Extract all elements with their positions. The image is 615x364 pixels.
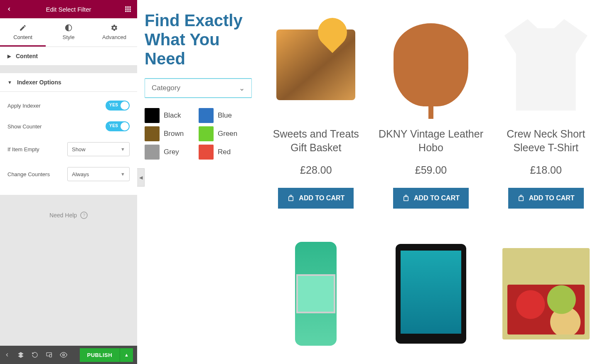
product-name[interactable]: Sweets and Treats Gift Basket xyxy=(263,127,369,154)
settings-icon[interactable] xyxy=(4,352,10,358)
svg-rect-3 xyxy=(125,8,126,10)
svg-rect-15 xyxy=(519,197,523,201)
section-indexer-options[interactable]: ▼ Indexer Options xyxy=(0,73,137,92)
color-swatch xyxy=(199,145,214,160)
publish-group: PUBLISH ▲ xyxy=(80,348,133,362)
help-icon: ? xyxy=(80,212,88,219)
svg-point-12 xyxy=(63,354,65,356)
color-label: Black xyxy=(164,111,181,120)
history-icon[interactable] xyxy=(32,352,38,358)
control-apply-indexer: Apply Indexer YES xyxy=(7,95,130,116)
section-label: Content xyxy=(16,53,38,59)
product-card xyxy=(379,240,484,364)
publish-options-button[interactable]: ▲ xyxy=(120,348,133,362)
color-filter-item[interactable]: Green xyxy=(199,126,246,141)
panel-header: Edit Select Filter xyxy=(0,0,137,18)
color-filter-item[interactable]: Brown xyxy=(145,126,192,141)
help-label: Need Help xyxy=(49,212,77,219)
product-name[interactable]: Crew Neck Short Sleeve T-Shirt xyxy=(493,127,598,154)
color-swatch xyxy=(145,126,160,141)
add-to-cart-label: ADD TO CART xyxy=(299,194,344,202)
panel-collapse-handle[interactable]: ◀ xyxy=(137,168,145,187)
caret-right-icon: ▶ xyxy=(7,54,11,59)
svg-rect-6 xyxy=(125,10,126,12)
need-help[interactable]: Need Help ? xyxy=(0,195,137,236)
svg-rect-11 xyxy=(49,354,52,357)
color-filter-item[interactable]: Blue xyxy=(199,108,246,123)
category-select[interactable]: Category ⌄ xyxy=(145,78,252,98)
toggle-value: YES xyxy=(109,103,118,107)
panel-title: Edit Select Filter xyxy=(13,6,124,13)
add-to-cart-button[interactable]: ADD TO CART xyxy=(278,188,354,209)
tab-content[interactable]: Content xyxy=(0,18,46,47)
responsive-icon[interactable] xyxy=(46,352,52,358)
back-button[interactable] xyxy=(5,5,13,13)
color-swatch xyxy=(145,108,160,123)
change-counters-select[interactable]: Always ▼ xyxy=(67,167,130,181)
product-card: Crew Neck Short Sleeve T-Shirt£18.00ADD … xyxy=(493,11,598,225)
color-label: Blue xyxy=(218,111,232,120)
navigator-icon[interactable] xyxy=(17,352,24,358)
control-label: Change Counters xyxy=(7,171,67,177)
control-label: Show Counter xyxy=(7,123,106,130)
svg-rect-0 xyxy=(125,6,126,7)
publish-button[interactable]: PUBLISH xyxy=(80,348,120,362)
product-name[interactable]: DKNY Vintage Leather Hobo xyxy=(379,127,484,154)
add-to-cart-label: ADD TO CART xyxy=(529,194,575,202)
product-image[interactable] xyxy=(272,240,359,348)
tab-label: Advanced xyxy=(102,34,126,40)
color-filter-item[interactable]: Red xyxy=(199,145,246,160)
product-image[interactable] xyxy=(387,240,475,348)
product-price: £59.00 xyxy=(379,164,484,176)
toggle-knob xyxy=(121,101,129,110)
products-grid: Sweets and Treats Gift Basket£28.00ADD T… xyxy=(263,11,598,364)
indexer-controls: Apply Indexer YES Show Counter YES If It… xyxy=(0,92,137,195)
panel-sections: ▶ Content ▼ Indexer Options Apply Indexe… xyxy=(0,47,137,195)
color-label: Brown xyxy=(164,130,184,138)
widgets-button[interactable] xyxy=(124,5,132,13)
add-to-cart-button[interactable]: ADD TO CART xyxy=(508,188,584,209)
color-filter-item[interactable]: Black xyxy=(145,108,192,123)
panel-tabs: Content Style Advanced xyxy=(0,18,137,47)
cart-icon xyxy=(402,194,410,202)
control-change-counters: Change Counters Always ▼ xyxy=(7,162,130,187)
color-label: Red xyxy=(218,148,231,156)
page-title: Find Exactly What You Need xyxy=(145,11,252,68)
chevron-down-icon: ⌄ xyxy=(239,84,245,93)
category-placeholder: Category xyxy=(152,84,180,92)
chevron-down-icon: ▼ xyxy=(121,147,125,152)
color-filter-list: BlackBlueBrownGreenGreyRed xyxy=(145,108,252,160)
cart-icon xyxy=(287,194,295,202)
show-counter-toggle[interactable]: YES xyxy=(106,121,130,131)
caret-down-icon: ▼ xyxy=(7,80,12,85)
svg-rect-14 xyxy=(404,197,408,201)
product-image[interactable] xyxy=(502,240,590,348)
tab-label: Style xyxy=(63,34,75,40)
control-label: If Item Empty xyxy=(7,146,67,152)
chevron-left-icon xyxy=(6,6,12,12)
svg-rect-1 xyxy=(127,6,128,7)
product-image[interactable] xyxy=(387,11,475,119)
control-if-item-empty: If Item Empty Show ▼ xyxy=(7,137,130,162)
color-swatch xyxy=(199,126,214,141)
tab-style[interactable]: Style xyxy=(46,18,91,47)
toggle-value: YES xyxy=(109,123,118,128)
chevron-down-icon: ▼ xyxy=(121,172,125,177)
preview-area: Find Exactly What You Need Category ⌄ Bl… xyxy=(137,0,615,364)
filter-sidebar: Find Exactly What You Need Category ⌄ Bl… xyxy=(145,11,252,364)
if-item-empty-select[interactable]: Show ▼ xyxy=(67,142,130,156)
add-to-cart-button[interactable]: ADD TO CART xyxy=(393,188,469,209)
product-image[interactable] xyxy=(502,11,590,119)
section-content[interactable]: ▶ Content xyxy=(0,47,137,66)
toggle-knob xyxy=(121,122,129,130)
product-image[interactable] xyxy=(272,11,359,119)
color-label: Green xyxy=(218,130,237,138)
svg-rect-7 xyxy=(127,10,128,12)
color-filter-item[interactable]: Grey xyxy=(145,145,192,160)
color-swatch xyxy=(199,108,214,123)
preview-icon[interactable] xyxy=(60,351,67,359)
grid-icon xyxy=(125,6,131,12)
svg-rect-13 xyxy=(289,197,293,201)
tab-advanced[interactable]: Advanced xyxy=(91,18,137,47)
apply-indexer-toggle[interactable]: YES xyxy=(106,101,130,111)
